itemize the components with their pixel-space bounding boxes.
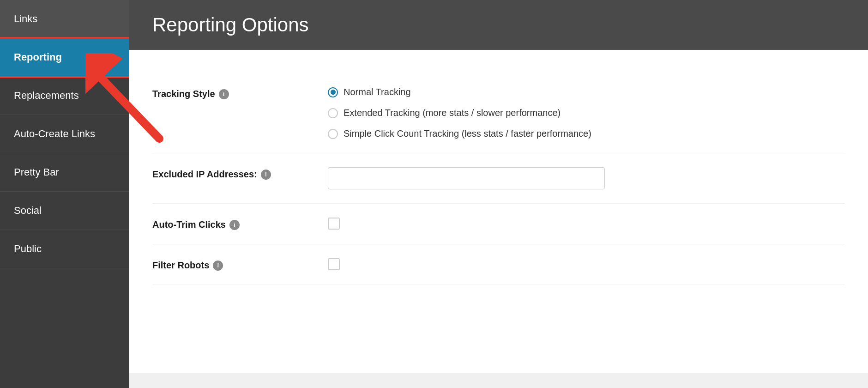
filter-robots-info-icon[interactable]: i: [213, 261, 223, 271]
tracking-style-control: Normal Tracking Extended Tracking (more …: [328, 87, 845, 139]
auto-trim-info-icon[interactable]: i: [229, 220, 240, 230]
tracking-style-label: Tracking Style i: [152, 87, 328, 99]
excluded-ip-control: [328, 167, 845, 189]
sidebar-item-links[interactable]: Links: [0, 0, 129, 38]
radio-simple-circle: [328, 129, 338, 139]
radio-extended-circle: [328, 108, 338, 118]
main-content: Reporting Options Tracking Style i Norma…: [129, 0, 868, 388]
auto-trim-control: [328, 218, 845, 230]
sidebar-item-label: Reporting: [14, 51, 62, 63]
sidebar-item-pretty-bar[interactable]: Pretty Bar: [0, 153, 129, 192]
excluded-ip-input[interactable]: [328, 167, 605, 189]
tracking-style-label-text: Tracking Style: [152, 89, 215, 99]
auto-trim-row: Auto-Trim Clicks i: [152, 204, 845, 244]
excluded-ip-info-icon[interactable]: i: [261, 170, 271, 180]
sidebar-item-label: Links: [14, 13, 37, 24]
sidebar-item-label: Replacements: [14, 90, 79, 101]
radio-simple-tracking[interactable]: Simple Click Count Tracking (less stats …: [328, 128, 845, 139]
page-title: Reporting Options: [152, 14, 845, 36]
sidebar-item-social[interactable]: Social: [0, 192, 129, 230]
radio-normal-label: Normal Tracking: [344, 87, 411, 97]
radio-normal-circle: [328, 87, 338, 97]
auto-trim-checkbox[interactable]: [328, 218, 340, 230]
sidebar: Links Reporting Replacements Auto-Create…: [0, 0, 129, 388]
sidebar-item-label: Public: [14, 243, 42, 255]
radio-extended-tracking[interactable]: Extended Tracking (more stats / slower p…: [328, 108, 845, 118]
tracking-style-radio-group: Normal Tracking Extended Tracking (more …: [328, 87, 845, 139]
excluded-ip-label-text: Excluded IP Addresses:: [152, 169, 257, 180]
excluded-ip-label: Excluded IP Addresses: i: [152, 167, 328, 180]
filter-robots-checkbox[interactable]: [328, 258, 340, 270]
excluded-ip-row: Excluded IP Addresses: i: [152, 153, 845, 204]
sidebar-item-label: Pretty Bar: [14, 166, 59, 178]
auto-trim-label: Auto-Trim Clicks i: [152, 218, 328, 230]
filter-robots-label: Filter Robots i: [152, 258, 328, 271]
sidebar-item-auto-create-links[interactable]: Auto-Create Links: [0, 115, 129, 153]
content-area: Tracking Style i Normal Tracking Extende…: [129, 50, 868, 373]
sidebar-item-replacements[interactable]: Replacements: [0, 77, 129, 115]
tracking-style-row: Tracking Style i Normal Tracking Extende…: [152, 73, 845, 153]
radio-extended-label: Extended Tracking (more stats / slower p…: [344, 108, 561, 118]
tracking-style-info-icon[interactable]: i: [219, 89, 229, 99]
filter-robots-label-text: Filter Robots: [152, 260, 209, 271]
sidebar-item-reporting[interactable]: Reporting: [0, 38, 129, 77]
radio-normal-tracking[interactable]: Normal Tracking: [328, 87, 845, 97]
filter-robots-row: Filter Robots i: [152, 244, 845, 285]
auto-trim-label-text: Auto-Trim Clicks: [152, 219, 226, 230]
sidebar-item-label: Auto-Create Links: [14, 128, 95, 139]
radio-simple-label: Simple Click Count Tracking (less stats …: [344, 128, 591, 139]
filter-robots-control: [328, 258, 845, 270]
sidebar-item-public[interactable]: Public: [0, 230, 129, 268]
page-header: Reporting Options: [129, 0, 868, 50]
sidebar-item-label: Social: [14, 205, 42, 216]
